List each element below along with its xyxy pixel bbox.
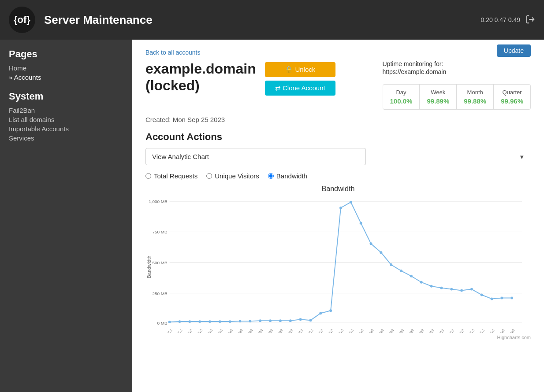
chart-point: [289, 319, 292, 322]
uptime-month-value: 99.88%: [464, 97, 486, 105]
svg-text:500 MB: 500 MB: [152, 260, 168, 265]
uptime-day-label: Day: [390, 89, 413, 96]
sidebar-item-services[interactable]: Services: [9, 133, 123, 143]
chart-point: [178, 320, 181, 323]
chart-point: [360, 222, 362, 225]
chart-point: [500, 297, 503, 300]
page-actions: 🔒 Unlock ⇄ Clone Account: [265, 62, 335, 96]
highcharts-credit: Highcharts.com: [145, 335, 531, 340]
uptime-stats: Day 100.0% Week 99.89% Month 99.88% Quar…: [383, 84, 531, 110]
uptime-month-label: Month: [464, 89, 486, 96]
chart-point: [269, 319, 272, 322]
analytic-dropdown-container: View Analytic Chart ▼: [145, 148, 531, 165]
logo-icon: {of}: [9, 7, 35, 33]
radio-bandwidth-input[interactable]: [268, 173, 274, 179]
chart-point: [299, 318, 302, 321]
chart-point: [420, 281, 423, 284]
logout-icon[interactable]: [525, 15, 535, 26]
chart-point: [491, 297, 493, 300]
sidebar-system-section: System Fail2Ban List all domains Importa…: [9, 91, 123, 143]
chart-point: [470, 288, 473, 291]
radio-group: Total Requests Unique Visitors Bandwidth: [145, 172, 531, 180]
uptime-stat-day: Day 100.0%: [383, 85, 420, 109]
chart-point: [249, 320, 251, 322]
svg-text:25/Sep/2023: 25/Sep/2023: [159, 328, 174, 333]
bandwidth-chart: Bandwidth 1,000 MB 750 MB 500 MB 250 MB …: [145, 196, 531, 333]
uptime-week-value: 99.89%: [427, 97, 449, 105]
uptime-stat-quarter: Quarter 99.96%: [494, 85, 530, 109]
radio-total-input[interactable]: [145, 173, 151, 179]
sidebar-item-accounts[interactable]: » Accounts: [9, 73, 123, 82]
chart-point: [209, 320, 211, 323]
uptime-box: Uptime monitoring for: https://example.d…: [383, 60, 531, 110]
sidebar-item-list-domains[interactable]: List all domains: [9, 115, 123, 124]
chart-point: [259, 319, 261, 322]
chart-point: [350, 201, 352, 203]
update-button[interactable]: Update: [497, 44, 531, 57]
sidebar-item-fail2ban[interactable]: Fail2Ban: [9, 106, 123, 115]
radio-unique-input[interactable]: [206, 173, 212, 179]
radio-bandwidth[interactable]: Bandwidth: [268, 172, 307, 180]
header-right: 0.20 0.47 0.49: [481, 15, 535, 26]
analytic-chart-select[interactable]: View Analytic Chart: [145, 148, 366, 165]
chart-point: [370, 242, 373, 245]
created-date: Created: Mon Sep 25 2023: [145, 116, 531, 123]
chart-point: [339, 207, 342, 209]
chart-point: [430, 285, 433, 288]
radio-bandwidth-label: Bandwidth: [276, 172, 307, 180]
account-actions-title: Account Actions: [145, 131, 531, 143]
sidebar-pages-section: Pages Home » Accounts: [9, 48, 123, 82]
chart-line: [170, 202, 512, 322]
chart-point: [239, 320, 242, 322]
sidebar: Pages Home » Accounts System Fail2Ban Li…: [0, 40, 132, 392]
uptime-stat-week: Week 99.89%: [420, 85, 457, 109]
svg-text:1,000 MB: 1,000 MB: [149, 199, 168, 204]
chart-point: [309, 319, 312, 322]
uptime-quarter-value: 99.96%: [501, 97, 523, 105]
pages-section-title: Pages: [9, 48, 123, 60]
main-content: Back to all accounts example.domain(lock…: [132, 40, 544, 392]
chart-point: [319, 312, 322, 314]
header: {of} Server Maintenance 0.20 0.47 0.49: [0, 0, 544, 40]
chart-point: [460, 289, 463, 292]
chart-point: [400, 270, 402, 272]
svg-text:Bandwidth: Bandwidth: [146, 255, 152, 278]
chart-point: [510, 297, 513, 300]
uptime-quarter-label: Quarter: [501, 89, 523, 96]
back-link[interactable]: Back to all accounts: [145, 49, 201, 56]
uptime-monitoring-label: Uptime monitoring for:: [383, 60, 447, 67]
chart-point: [380, 251, 382, 254]
chart-point: [198, 320, 201, 323]
chart-point: [168, 321, 171, 323]
uptime-url: https://example.domain: [383, 68, 447, 75]
sidebar-item-home[interactable]: Home: [9, 63, 123, 73]
uptime-stat-month: Month 99.88%: [457, 85, 494, 109]
chart-point: [410, 275, 413, 277]
chart-point: [440, 287, 443, 289]
radio-unique-label: Unique Visitors: [215, 172, 259, 180]
load-average: 0.20 0.47 0.49: [481, 16, 520, 23]
radio-total-requests[interactable]: Total Requests: [145, 172, 197, 180]
chevron-down-icon: ▼: [519, 153, 525, 160]
unlock-button[interactable]: 🔒 Unlock: [265, 62, 335, 77]
chart-point: [450, 288, 453, 291]
app-title: Server Maintenance: [44, 13, 481, 27]
clone-button[interactable]: ⇄ Clone Account: [265, 81, 335, 96]
chart-point: [229, 320, 231, 323]
chart-point: [279, 319, 282, 322]
page-title-block: example.domain(locked): [145, 60, 256, 94]
chart-point: [219, 320, 221, 323]
chart-point: [329, 309, 332, 312]
svg-text:750 MB: 750 MB: [152, 229, 168, 234]
page-title: example.domain(locked): [145, 60, 256, 94]
sidebar-item-importable[interactable]: Importable Accounts: [9, 124, 123, 133]
chart-point: [188, 320, 191, 323]
radio-unique-visitors[interactable]: Unique Visitors: [206, 172, 259, 180]
system-section-title: System: [9, 91, 123, 102]
main-layout: Pages Home » Accounts System Fail2Ban Li…: [0, 40, 544, 392]
svg-text:0 MB: 0 MB: [157, 321, 168, 325]
chart-title: Bandwidth: [145, 185, 531, 193]
chart-point: [481, 294, 483, 296]
uptime-day-value: 100.0%: [390, 97, 413, 105]
chart-point: [390, 263, 392, 266]
